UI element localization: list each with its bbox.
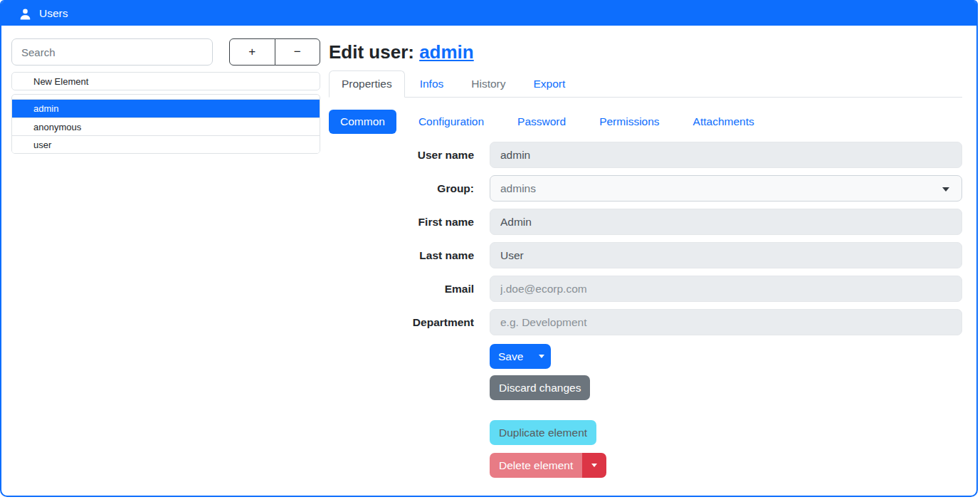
firstname-label: First name bbox=[329, 216, 474, 229]
lastname-field[interactable] bbox=[490, 242, 962, 268]
delete-element-button[interactable]: Delete element bbox=[490, 453, 582, 478]
add-element-button[interactable]: + bbox=[229, 38, 275, 66]
list-item-admin[interactable]: admin bbox=[12, 100, 320, 117]
list-item-user[interactable]: user bbox=[12, 135, 320, 153]
search-input[interactable] bbox=[11, 38, 213, 66]
duplicate-element-button[interactable]: Duplicate element bbox=[490, 420, 596, 445]
subtab-attachments[interactable]: Attachments bbox=[682, 110, 766, 134]
app-title: Users bbox=[39, 7, 68, 20]
subtab-password[interactable]: Password bbox=[506, 110, 577, 134]
page-title: Edit user: admin bbox=[329, 41, 962, 63]
list-item-anonymous[interactable]: anonymous bbox=[12, 117, 320, 135]
username-label: User name bbox=[329, 149, 474, 162]
username-field[interactable] bbox=[490, 142, 962, 168]
app-window: Users + − New Element admin anonymous us… bbox=[0, 0, 978, 497]
group-label: Group: bbox=[329, 182, 474, 195]
save-dropdown-toggle[interactable] bbox=[532, 344, 551, 369]
tab-history[interactable]: History bbox=[458, 70, 518, 98]
main-panel: Edit user: admin Properties Infos Histor… bbox=[320, 38, 976, 478]
subtab-common[interactable]: Common bbox=[329, 110, 396, 134]
action-buttons: Save Discard changes Duplicate element D… bbox=[490, 344, 962, 478]
subtab-configuration[interactable]: Configuration bbox=[407, 110, 495, 134]
delete-split-button: Delete element bbox=[490, 453, 606, 478]
user-form: User name Group: admins First name Last … bbox=[329, 142, 962, 335]
save-split-button: Save bbox=[490, 344, 551, 369]
sidebar: + − New Element admin anonymous user bbox=[1, 38, 320, 478]
caret-down-icon bbox=[539, 355, 544, 358]
app-header: Users bbox=[1, 1, 976, 26]
email-field[interactable] bbox=[490, 276, 962, 302]
form-row-department: Department bbox=[329, 309, 962, 335]
firstname-field[interactable] bbox=[490, 209, 962, 235]
tab-infos[interactable]: Infos bbox=[407, 70, 457, 98]
subtab-bar: Common Configuration Password Permission… bbox=[329, 110, 962, 134]
tab-export[interactable]: Export bbox=[521, 70, 579, 98]
person-icon bbox=[19, 8, 31, 20]
list-spacer bbox=[12, 95, 320, 100]
form-row-firstname: First name bbox=[329, 209, 962, 235]
save-button[interactable]: Save bbox=[490, 344, 532, 369]
department-field[interactable] bbox=[490, 309, 962, 335]
user-list: admin anonymous user bbox=[11, 94, 320, 154]
edited-user-link[interactable]: admin bbox=[419, 41, 474, 63]
department-label: Department bbox=[329, 316, 474, 329]
list-item-new-element[interactable]: New Element bbox=[11, 72, 320, 90]
caret-down-icon bbox=[591, 464, 597, 467]
tab-bar: Properties Infos History Export bbox=[329, 70, 962, 98]
email-label: Email bbox=[329, 283, 474, 296]
delete-dropdown-toggle[interactable] bbox=[582, 453, 606, 478]
form-row-group: Group: admins bbox=[329, 175, 962, 202]
list-toolbar: + − bbox=[229, 38, 320, 66]
form-row-lastname: Last name bbox=[329, 242, 962, 268]
chevron-down-icon bbox=[942, 187, 949, 192]
lastname-label: Last name bbox=[329, 249, 474, 262]
form-row-username: User name bbox=[329, 142, 962, 168]
tab-properties[interactable]: Properties bbox=[329, 70, 405, 98]
subtab-permissions[interactable]: Permissions bbox=[588, 110, 670, 134]
form-row-email: Email bbox=[329, 276, 962, 302]
group-select[interactable]: admins bbox=[490, 175, 962, 202]
page-title-prefix: Edit user: bbox=[329, 41, 419, 63]
discard-changes-button[interactable]: Discard changes bbox=[490, 375, 590, 400]
remove-element-button[interactable]: − bbox=[275, 38, 321, 66]
group-select-value: admins bbox=[500, 182, 536, 195]
